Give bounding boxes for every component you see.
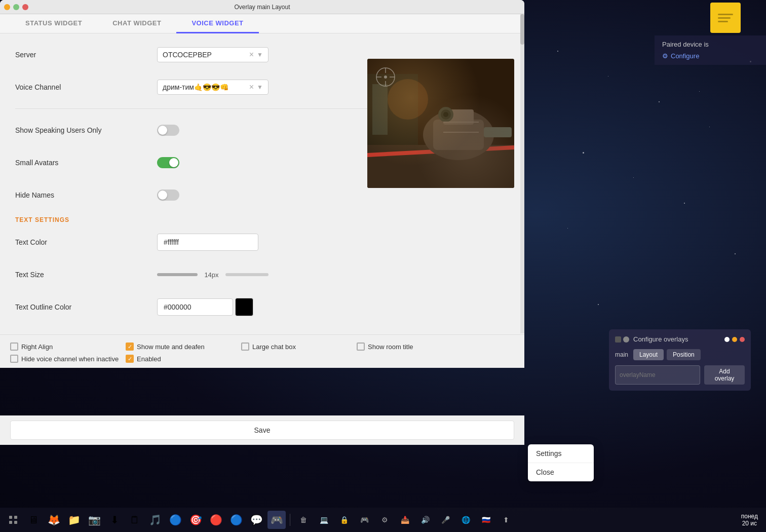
svg-rect-21 — [9, 516, 12, 519]
taskbar-icon-9[interactable]: 🎯 — [186, 511, 205, 529]
voice-channel-control: дрим-тим🤙😎😎👊 × ▼ — [157, 80, 279, 95]
taskbar-grid-icon[interactable] — [4, 511, 22, 529]
game-preview — [367, 59, 514, 188]
taskbar-icon-3[interactable]: 📁 — [65, 511, 83, 529]
taskbar-icon-11[interactable]: 🔵 — [227, 511, 245, 529]
taskbar-clock-time: понед — [741, 513, 758, 520]
context-menu-settings[interactable]: Settings — [528, 444, 594, 463]
paired-device-panel: Paired device is ⚙ Configure — [655, 35, 766, 65]
large-chat-checkbox[interactable] — [241, 343, 249, 351]
hide-names-control — [157, 189, 279, 201]
taskbar-tray-2[interactable]: 💻 — [315, 511, 333, 529]
text-outline-row: Text Outline Color — [15, 296, 509, 318]
taskbar-tray-11[interactable]: ⬆ — [497, 511, 515, 529]
overlay-window: Overlay main Layout STATUS WIDGET CHAT W… — [0, 0, 524, 334]
config-tab-layout[interactable]: Layout — [633, 349, 664, 360]
taskbar-tray-6[interactable]: 📥 — [396, 511, 414, 529]
config-tab-position[interactable]: Position — [667, 349, 701, 360]
server-select-actions: × ▼ — [249, 51, 263, 59]
config-tabs: main Layout Position — [615, 349, 745, 360]
show-speaking-toggle[interactable] — [157, 125, 179, 136]
small-avatars-thumb — [169, 158, 178, 167]
taskbar-icon-6[interactable]: 🗒 — [126, 511, 144, 529]
configure-link[interactable]: ⚙ Configure — [662, 52, 758, 60]
taskbar-discord-icon[interactable]: 🎮 — [267, 511, 286, 529]
close-button[interactable] — [22, 4, 28, 10]
taskbar-icon-8[interactable]: 🔵 — [166, 511, 184, 529]
star — [598, 304, 599, 305]
tab-status[interactable]: STATUS WIDGET — [10, 14, 97, 33]
text-outline-input[interactable] — [157, 298, 233, 316]
server-value: ОТСОСЕРВЕР — [163, 51, 212, 59]
text-outline-color-container — [157, 298, 279, 316]
add-overlay-button[interactable]: Add overlay — [704, 365, 745, 385]
taskbar-tray-5[interactable]: ⚙ — [375, 511, 394, 529]
hide-names-label: Hide Names — [15, 191, 157, 199]
taskbar-icon-1[interactable]: 🖥 — [24, 511, 43, 529]
config-dot-3 — [740, 337, 745, 342]
taskbar-tray-4[interactable]: 🎮 — [355, 511, 373, 529]
checkbox-right-align: Right Align — [10, 343, 122, 351]
taskbar-icon-4[interactable]: 📷 — [85, 511, 103, 529]
taskbar-icon-5[interactable]: ⬇ — [105, 511, 124, 529]
text-color-input[interactable] — [157, 234, 258, 251]
small-avatars-control — [157, 157, 279, 168]
taskbar-clock[interactable]: понед 20 ис — [737, 513, 762, 527]
voice-channel-clear-icon[interactable]: × — [249, 83, 254, 91]
star — [735, 253, 736, 254]
taskbar-tray-7[interactable]: 🔊 — [416, 511, 434, 529]
taskbar-icon-2[interactable]: 🦊 — [45, 511, 63, 529]
taskbar-clock-date: 20 ис — [741, 520, 758, 527]
hide-voice-checkbox[interactable] — [10, 355, 18, 363]
maximize-button[interactable] — [13, 4, 19, 10]
voice-channel-arrow-icon[interactable]: ▼ — [257, 84, 263, 91]
configure-icon: ⚙ — [662, 52, 668, 60]
config-square-icon — [615, 336, 621, 343]
server-control: ОТСОСЕРВЕР × ▼ — [157, 47, 279, 62]
config-tab-main-label: main — [615, 351, 628, 358]
small-avatars-toggle[interactable] — [157, 157, 179, 168]
text-outline-control — [157, 298, 279, 316]
enabled-checkbox[interactable]: ✓ — [126, 355, 134, 363]
title-bar: Overlay main Layout — [0, 0, 524, 14]
star — [684, 203, 685, 204]
taskbar-tray-8[interactable]: 🎤 — [436, 511, 454, 529]
configure-title: Configure overlays — [633, 335, 688, 343]
taskbar-tray-1[interactable]: 🗑 — [294, 511, 313, 529]
text-outline-swatch[interactable] — [235, 298, 253, 316]
star — [583, 152, 584, 154]
taskbar-tray-10[interactable]: 🇷🇺 — [477, 511, 495, 529]
taskbar-icon-10[interactable]: 🔴 — [207, 511, 225, 529]
minimize-button[interactable] — [4, 4, 10, 10]
tab-voice[interactable]: VOICE WIDGET — [176, 14, 258, 33]
checkbox-enabled: ✓ Enabled — [126, 355, 237, 363]
save-button[interactable]: Save — [10, 421, 514, 440]
sticky-note-icon[interactable] — [710, 3, 741, 33]
server-arrow-icon[interactable]: ▼ — [257, 51, 263, 58]
server-select[interactable]: ОТСОСЕРВЕР × ▼ — [157, 47, 269, 62]
show-speaking-label: Show Speaking Users Only — [15, 126, 157, 134]
voice-channel-value: дрим-тим🤙😎😎👊 — [163, 83, 228, 91]
taskbar-tray-9[interactable]: 🌐 — [456, 511, 475, 529]
context-menu-close[interactable]: Close — [528, 463, 594, 481]
server-clear-icon[interactable]: × — [249, 51, 254, 59]
configure-text: Configure — [671, 52, 699, 60]
hide-names-toggle[interactable] — [157, 189, 179, 201]
checkbox-large-chat: Large chat box — [241, 343, 353, 351]
text-size-control: 14px — [157, 271, 279, 279]
voice-channel-select[interactable]: дрим-тим🤙😎😎👊 × ▼ — [157, 80, 269, 95]
scroll-thumb[interactable] — [520, 14, 524, 45]
show-room-checkbox[interactable] — [357, 343, 365, 351]
content-area[interactable]: Server ОТСОСЕРВЕР × ▼ Voice Channel дрим… — [0, 33, 524, 334]
save-bar: Save — [0, 415, 524, 445]
show-mute-checkbox[interactable]: ✓ — [126, 343, 134, 351]
overlay-name-input[interactable] — [615, 365, 700, 385]
tab-chat[interactable]: CHAT WIDGET — [97, 14, 176, 33]
taskbar-icon-7[interactable]: 🎵 — [146, 511, 164, 529]
taskbar-icon-12[interactable]: 💬 — [247, 511, 265, 529]
right-align-checkbox[interactable] — [10, 343, 18, 351]
taskbar-tray-3[interactable]: 🔒 — [335, 511, 353, 529]
configure-panel: Configure overlays main Layout Position … — [609, 329, 751, 391]
svg-rect-23 — [9, 521, 12, 524]
text-size-slider-right[interactable] — [225, 273, 269, 276]
